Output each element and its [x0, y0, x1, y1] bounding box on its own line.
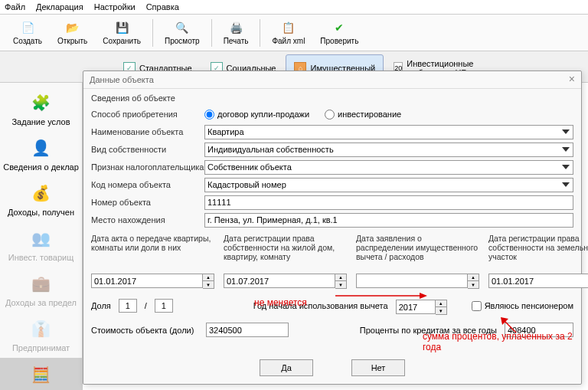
create-button[interactable]: 📄Создать — [6, 18, 49, 48]
chevron-up-icon[interactable]: ▲ — [468, 274, 479, 281]
menu-declaration[interactable]: Декларация — [36, 2, 83, 11]
date-reg-land-label: Дата регистрации права собственности на … — [488, 234, 588, 270]
object-name-label: Наименование объекта — [91, 127, 204, 136]
radio-investment[interactable]: инвестирование — [325, 110, 401, 120]
date-act-input[interactable] — [91, 274, 203, 288]
bag-icon: 💼 — [29, 271, 54, 296]
save-button[interactable]: 💾Сохранить — [96, 18, 148, 48]
taxpayer-label: Признак налогоплательщика — [91, 162, 204, 172]
location-label: Место нахождения — [91, 215, 204, 224]
menubar: Файл Декларация Настройки Справка — [0, 0, 588, 15]
pensioner-checkbox[interactable]: Являюсь пенсионером — [472, 301, 573, 311]
chevron-down-icon[interactable]: ▼ — [468, 281, 479, 288]
code-type-select[interactable]: Кадастровый номер — [204, 178, 573, 192]
date-claim-spinner[interactable]: ▲▼ — [468, 274, 479, 289]
annotation-percent-sum: сумма процентов, уплаченных за 2 года — [423, 331, 588, 353]
separator — [260, 19, 260, 47]
date-reg-home-label: Дата регистрации права собственности на … — [224, 234, 347, 270]
check-icon: ✔ — [332, 20, 347, 35]
open-button[interactable]: 📂Открыть — [51, 18, 94, 48]
date-reg-home-spinner[interactable]: ▲▼ — [335, 274, 347, 289]
cost-input[interactable] — [206, 323, 289, 337]
object-number-label: Номер объекта — [91, 198, 204, 207]
cost-label: Стоимость объекта (доли) — [91, 326, 198, 335]
year-start-input[interactable] — [396, 300, 436, 314]
dialog-title: Данные объекта — [90, 75, 154, 84]
separator — [211, 19, 212, 47]
check-button[interactable]: ✔Проверить — [313, 18, 365, 48]
chevron-down-icon[interactable]: ▼ — [203, 281, 214, 288]
menu-help[interactable]: Справка — [146, 2, 179, 11]
close-icon[interactable]: × — [569, 75, 575, 84]
print-button[interactable]: 🖨️Печать — [217, 18, 256, 48]
chevron-up-icon[interactable]: ▲ — [335, 274, 346, 281]
nav-deductions[interactable]: 🧮Вычеты — [0, 358, 82, 390]
object-number-input[interactable] — [204, 195, 573, 210]
preview-icon: 🔍 — [175, 20, 190, 35]
nav-declarant-info[interactable]: 👤Сведения о деклар — [0, 131, 82, 176]
chevron-up-icon[interactable]: ▲ — [203, 274, 214, 281]
share-num-input[interactable] — [119, 299, 137, 313]
taxpayer-select[interactable]: Собственник объекта — [204, 160, 573, 175]
object-name-select[interactable]: Квартира — [204, 125, 573, 139]
xml-file-icon: 📋 — [281, 20, 296, 35]
annotation-no-change: не меняется — [254, 297, 307, 308]
folder-open-icon: 📂 — [65, 20, 80, 35]
code-type-label: Код номера объекта — [91, 180, 204, 189]
chevron-up-icon[interactable]: ▲ — [436, 300, 446, 307]
chevron-down-icon[interactable]: ▼ — [335, 281, 346, 288]
nav-foreign-income[interactable]: 💼Доходы за предел — [0, 267, 82, 312]
dialog-titlebar: Данные объекта × — [83, 71, 581, 89]
groupbox-title: Сведения об объекте — [91, 92, 573, 104]
save-icon: 💾 — [114, 20, 129, 35]
acquisition-method-label: Способ приобретения — [91, 110, 204, 119]
share-den-input[interactable] — [155, 299, 173, 313]
coins-icon: 💰 — [29, 181, 54, 205]
conditions-icon: 🧩 — [29, 90, 54, 115]
xml-button[interactable]: 📋Файл xml — [265, 18, 312, 48]
person-icon: 👤 — [29, 136, 54, 160]
nav-income[interactable]: 💰Доходы, получен — [0, 176, 82, 221]
date-act-label: Дата акта о передаче квартиры, комнаты и… — [91, 234, 214, 270]
cancel-button[interactable]: Нет — [351, 359, 405, 376]
date-claim-label: Дата заявления о распределении имуществе… — [356, 234, 479, 270]
date-claim-input[interactable] — [356, 274, 468, 288]
chevron-down-icon[interactable]: ▼ — [436, 307, 446, 314]
share-label: Доля — [91, 301, 111, 310]
ok-button[interactable]: Да — [260, 359, 313, 376]
deductions-icon: 🧮 — [29, 362, 54, 387]
date-act-spinner[interactable]: ▲▼ — [203, 274, 214, 289]
date-reg-home-input[interactable] — [224, 274, 335, 288]
nav-business[interactable]: 👔Предпринимат — [0, 312, 82, 357]
menu-settings[interactable]: Настройки — [94, 2, 136, 11]
print-icon: 🖨️ — [228, 20, 243, 35]
nav-conditions[interactable]: 🧩Задание услов — [0, 86, 82, 131]
toolbar: 📄Создать 📂Открыть 💾Сохранить 🔍Просмотр 🖨… — [0, 15, 588, 51]
ownership-type-label: Вид собственности — [91, 145, 204, 154]
view-button[interactable]: 🔍Просмотр — [158, 18, 207, 48]
document-new-icon: 📄 — [20, 20, 35, 35]
partner-icon: 👥 — [29, 226, 54, 251]
radio-purchase[interactable]: договор купли-продажи — [204, 110, 309, 120]
business-icon: 👔 — [29, 316, 54, 341]
menu-file[interactable]: Файл — [5, 2, 25, 11]
ownership-type-select[interactable]: Индивидуальная собственность — [204, 143, 573, 157]
location-input[interactable] — [204, 213, 573, 228]
separator — [152, 19, 153, 47]
nav-invest-partner[interactable]: 👥Инвест. товарищ — [0, 221, 82, 267]
date-reg-land-input[interactable] — [488, 274, 588, 288]
side-nav: 🧩Задание услов 👤Сведения о деклар 💰Доход… — [0, 83, 83, 390]
year-spinner[interactable]: ▲▼ — [436, 300, 447, 315]
